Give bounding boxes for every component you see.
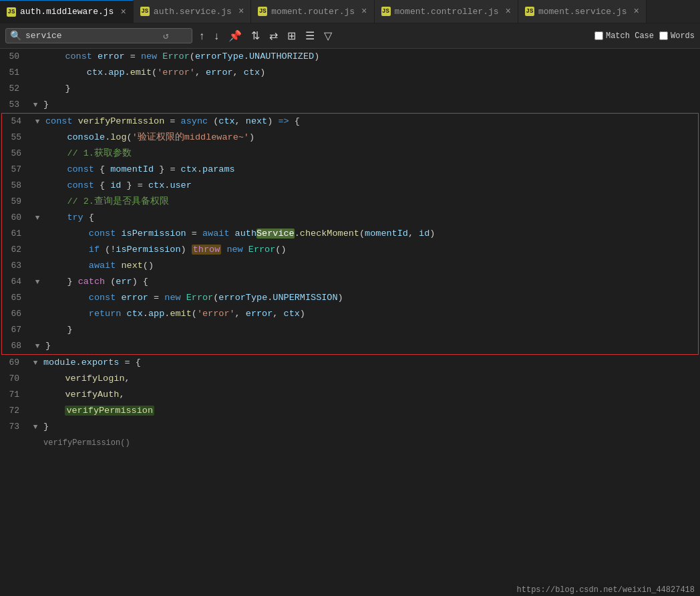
line-number: 72 (0, 403, 30, 419)
table-row: 54 ▼ const verifyPermission = async (ctx… (2, 114, 698, 130)
tab-label: auth.middleware.js (20, 7, 114, 17)
fold-icon[interactable]: ▼ (30, 419, 41, 435)
tab-auth-service[interactable]: JS auth.service.js × (134, 0, 251, 23)
code-content: const verifyPermission = async (ctx, nex… (43, 114, 698, 130)
nav-up-button[interactable]: ↑ (196, 29, 207, 43)
table-row: 71 verifyAuth, (0, 387, 700, 403)
search-input[interactable] (25, 31, 159, 41)
table-row: 52 } (0, 81, 700, 97)
match-case-option[interactable]: Match Case (594, 31, 654, 41)
code-content: const isPermission = await authService.c… (43, 226, 698, 242)
whole-words-option[interactable]: Words (659, 31, 695, 41)
table-row: 73 ▼ } (0, 419, 700, 435)
table-row: 61 const isPermission = await authServic… (2, 226, 698, 242)
line-number: 62 (2, 242, 32, 258)
tab-close-button[interactable]: × (120, 7, 126, 17)
table-row: 62 if (!isPermission) throw new Error() (2, 242, 698, 258)
table-row: 50 const error = new Error(errorType.UNA… (0, 49, 700, 65)
table-row: 68 ▼ } (2, 338, 698, 354)
tab-label: moment.router.js (271, 7, 355, 17)
bottom-url: https://blog.csdn.net/weixin_44827418 (517, 585, 695, 595)
funnel-button[interactable]: ▽ (321, 28, 335, 43)
search-bar: 🔍 ↺ ↑ ↓ 📌 ⇅ ⇄ ⊞ ☰ ▽ Match Case Words (0, 23, 700, 49)
table-row: 65 const error = new Error(errorType.UNP… (2, 290, 698, 306)
view-button[interactable]: ⇄ (267, 28, 281, 43)
editor: 50 const error = new Error(errorType.UNA… (0, 49, 700, 596)
fold-icon[interactable]: ▼ (32, 274, 43, 290)
js-icon: JS (258, 7, 267, 16)
code-content: const { momentId } = ctx.params (43, 162, 698, 178)
search-input-wrap: 🔍 ↺ (5, 28, 192, 43)
line-number: 64 (2, 274, 32, 290)
line-number: 65 (2, 290, 32, 306)
table-row: 51 ctx.app.emit('error', error, ctx) (0, 65, 700, 81)
code-content: verifyPermission() (41, 435, 700, 451)
code-content: const error = new Error(errorType.UNPERM… (43, 290, 698, 306)
search-clear-button[interactable]: ↺ (163, 30, 168, 41)
line-number: 58 (2, 178, 32, 194)
tab-auth-middleware[interactable]: JS auth.middleware.js × (0, 0, 134, 23)
fold-icon[interactable]: ▼ (32, 210, 43, 226)
fold-icon[interactable]: ▼ (32, 114, 43, 130)
tab-moment-router[interactable]: JS moment.router.js × (251, 0, 374, 23)
fold-icon[interactable]: ▼ (30, 355, 41, 371)
code-content: verifyPermission (41, 403, 700, 419)
pin-button[interactable]: 📌 (226, 28, 244, 43)
table-row: 55 console.log('验证权限的middleware~') (2, 130, 698, 146)
code-content: const { id } = ctx.user (43, 178, 698, 194)
tab-moment-service[interactable]: JS moment.service.js × (518, 0, 647, 23)
table-row: 53 ▼ } (0, 97, 700, 113)
line-number: 71 (0, 387, 30, 403)
line-number: 53 (0, 97, 30, 113)
line-number: 70 (0, 371, 30, 387)
line-number: 56 (2, 146, 32, 162)
table-row: 69 ▼ module.exports = { (0, 355, 700, 371)
line-number: 69 (0, 355, 30, 371)
line-number: 61 (2, 226, 32, 242)
fold-icon[interactable]: ▼ (32, 338, 43, 354)
table-row: 64 ▼ } catch (err) { (2, 274, 698, 290)
gutter: ▼ (30, 97, 41, 113)
line-number: 66 (2, 306, 32, 322)
whole-words-checkbox[interactable] (659, 31, 668, 40)
tab-moment-controller[interactable]: JS moment.controller.js × (375, 0, 518, 23)
line-number: 57 (2, 162, 32, 178)
code-content: const error = new Error(errorType.UNAUTH… (41, 49, 700, 65)
table-row: 60 ▼ try { (2, 210, 698, 226)
code-lines: 50 const error = new Error(errorType.UNA… (0, 49, 700, 451)
table-row: 63 await next() (2, 258, 698, 274)
code-content: verifyAuth, (41, 387, 700, 403)
tab-label: auth.service.js (154, 7, 232, 17)
table-row: 72 verifyPermission (0, 403, 700, 419)
line-number: 59 (2, 194, 32, 210)
whole-words-label: Words (671, 31, 695, 41)
line-number: 55 (2, 130, 32, 146)
search-options: Match Case Words (594, 31, 695, 41)
js-icon: JS (381, 7, 391, 16)
filter-button[interactable]: ⇅ (248, 28, 262, 43)
tab-close-button[interactable]: × (361, 6, 367, 17)
tab-close-button[interactable]: × (506, 6, 511, 17)
code-content: } (41, 97, 700, 113)
line-number: 60 (2, 210, 32, 226)
code-content: verifyLogin, (41, 371, 700, 387)
table-row: 56 // 1.获取参数 (2, 146, 698, 162)
match-case-checkbox[interactable] (594, 31, 603, 40)
line-number: 52 (0, 81, 30, 97)
tab-close-button[interactable]: × (634, 6, 639, 17)
table-row: 70 verifyLogin, (0, 371, 700, 387)
tab-close-button[interactable]: × (238, 6, 244, 17)
list-view-button[interactable]: ☰ (303, 28, 317, 43)
nav-down-button[interactable]: ↓ (211, 29, 222, 43)
code-content: module.exports = { (41, 355, 700, 371)
code-content: } (41, 419, 700, 435)
line-number: 54 (2, 114, 32, 130)
match-case-label: Match Case (606, 31, 654, 41)
line-number: 50 (0, 49, 30, 65)
split-button[interactable]: ⊞ (285, 28, 299, 43)
bottom-url-bar: https://blog.csdn.net/weixin_44827418 (512, 584, 700, 596)
table-row: 67 } (2, 322, 698, 338)
tab-label: moment.controller.js (395, 7, 499, 17)
code-content: return ctx.app.emit('error', error, ctx) (43, 306, 698, 322)
code-content: // 2.查询是否具备权限 (43, 194, 698, 210)
